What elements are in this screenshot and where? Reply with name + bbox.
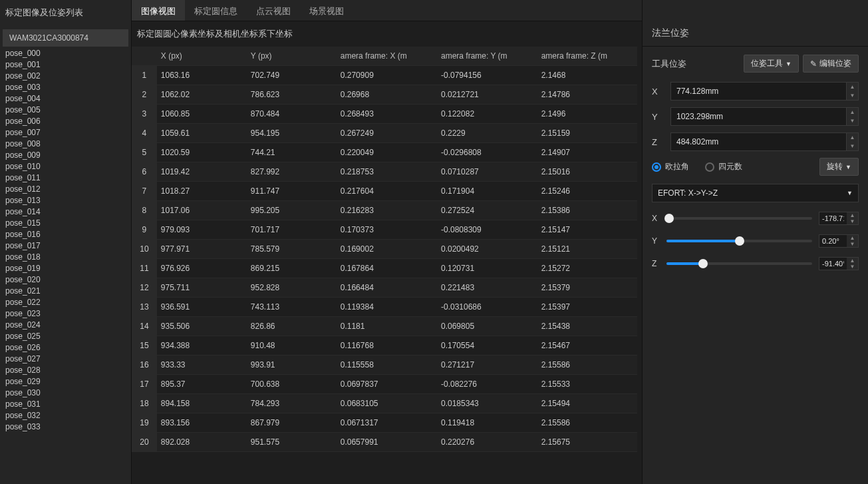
pose-item[interactable]: pose_001 [0, 59, 131, 71]
cell: -0.082276 [437, 375, 537, 394]
x-input[interactable]: ▲▼ [670, 82, 859, 101]
pose-tool-button[interactable]: 位姿工具▼ [744, 55, 799, 73]
pose-item[interactable]: pose_003 [0, 82, 131, 93]
slider-input-Y[interactable] [819, 234, 847, 248]
pose-item[interactable]: pose_033 [0, 421, 131, 433]
cell: 744.21 [247, 143, 337, 162]
col-header[interactable]: amera frame: Y (m [437, 47, 537, 66]
col-header[interactable] [132, 47, 157, 66]
pose-item[interactable]: pose_031 [0, 399, 131, 410]
table-row[interactable]: 71018.27911.7470.2176040.1719042.15246 [132, 182, 637, 201]
pose-item[interactable]: pose_006 [0, 116, 131, 127]
device-id[interactable]: WAM3021CA3000874 [3, 29, 128, 47]
slider-Y-down[interactable]: ▼ [847, 241, 858, 247]
col-header[interactable]: X (px) [157, 47, 247, 66]
pose-item[interactable]: pose_013 [0, 195, 131, 206]
pose-item[interactable]: pose_018 [0, 252, 131, 263]
pose-item[interactable]: pose_017 [0, 240, 131, 252]
cell: 2.1468 [537, 66, 637, 85]
y-up[interactable]: ▲ [847, 108, 858, 117]
slider-input-Z[interactable] [819, 257, 847, 270]
pose-item[interactable]: pose_002 [0, 71, 131, 82]
pose-item[interactable]: pose_032 [0, 410, 131, 421]
table-wrapper[interactable]: X (px)Y (px)amera frame: X (mamera frame… [132, 47, 642, 484]
slider-input-X[interactable] [819, 212, 847, 225]
x-up[interactable]: ▲ [847, 83, 858, 91]
euler-radio[interactable]: 欧拉角 [652, 161, 689, 172]
z-down[interactable]: ▼ [847, 142, 858, 150]
pose-item[interactable]: pose_026 [0, 342, 131, 354]
edit-pose-button[interactable]: ✎编辑位姿 [803, 55, 859, 73]
quaternion-radio[interactable]: 四元数 [705, 161, 742, 172]
pose-item[interactable]: pose_015 [0, 218, 131, 229]
z-up[interactable]: ▲ [847, 133, 858, 142]
table-row[interactable]: 31060.85870.4840.2684930.1220822.1496 [132, 105, 637, 124]
slider-Y-up[interactable]: ▲ [847, 235, 858, 241]
table-row[interactable]: 21062.02786.6230.269680.02127212.14786 [132, 85, 637, 105]
slider-Z-down[interactable]: ▼ [847, 264, 858, 270]
pose-item[interactable]: pose_011 [0, 172, 131, 184]
table-row[interactable]: 51020.59744.210.220049-0.02968082.14907 [132, 143, 637, 162]
pose-item[interactable]: pose_000 [0, 48, 131, 59]
tab-3[interactable]: 场景视图 [300, 0, 353, 21]
y-input[interactable]: ▲▼ [670, 107, 859, 126]
x-down[interactable]: ▼ [847, 91, 858, 100]
pose-item[interactable]: pose_016 [0, 229, 131, 240]
pose-item[interactable]: pose_028 [0, 365, 131, 376]
cell: 0.0683105 [337, 394, 437, 413]
pose-item[interactable]: pose_021 [0, 286, 131, 297]
pose-item[interactable]: pose_020 [0, 274, 131, 286]
slider-Y[interactable] [666, 240, 812, 242]
table-row[interactable]: 13936.591743.1130.119384-0.03106862.1539… [132, 298, 637, 317]
table-row[interactable]: 16933.33993.910.1155580.2712172.15586 [132, 356, 637, 375]
tab-1[interactable]: 标定圆信息 [185, 0, 247, 21]
slider-X[interactable] [666, 217, 812, 220]
table-row[interactable]: 10977.971785.5790.1690020.02004922.15121 [132, 240, 637, 259]
cell: 11 [132, 259, 157, 278]
table-row[interactable]: 18894.158784.2930.06831050.01853432.1549… [132, 394, 637, 413]
pose-item[interactable]: pose_009 [0, 150, 131, 161]
pose-item[interactable]: pose_019 [0, 263, 131, 274]
rotation-order-select[interactable]: EFORT: X->Y->Z▼ [652, 184, 859, 202]
pose-item[interactable]: pose_014 [0, 206, 131, 218]
table-row[interactable]: 41059.61954.1950.2672490.22292.15159 [132, 124, 637, 143]
pose-item[interactable]: pose_007 [0, 127, 131, 138]
pose-item[interactable]: pose_027 [0, 354, 131, 365]
pose-item[interactable]: pose_022 [0, 297, 131, 308]
tab-2[interactable]: 点云视图 [247, 0, 300, 21]
table-row[interactable]: 11063.16702.7490.270909-0.07941562.1468 [132, 66, 637, 85]
pose-item[interactable]: pose_029 [0, 376, 131, 387]
rotate-button[interactable]: 旋转▼ [819, 158, 859, 176]
table-row[interactable]: 14935.506826.860.11810.0698052.15438 [132, 317, 637, 336]
slider-X-down[interactable]: ▼ [847, 218, 858, 224]
col-header[interactable]: amera frame: X (m [337, 47, 437, 66]
slider-Z-up[interactable]: ▲ [847, 258, 858, 264]
table-row[interactable]: 15934.388910.480.1167680.1705542.15467 [132, 336, 637, 356]
col-header[interactable]: amera frame: Z (m [537, 47, 637, 66]
table-row[interactable]: 61019.42827.9920.2187530.07102872.15016 [132, 162, 637, 182]
pose-item[interactable]: pose_005 [0, 105, 131, 116]
table-row[interactable]: 11976.926869.2150.1678640.1207312.15272 [132, 259, 637, 278]
pose-item[interactable]: pose_030 [0, 387, 131, 399]
pose-item[interactable]: pose_008 [0, 138, 131, 150]
cell: 9 [132, 220, 157, 240]
table-row[interactable]: 20892.028951.5750.06579910.2202762.15675 [132, 433, 637, 452]
table-row[interactable]: 81017.06995.2050.2162830.2725242.15386 [132, 201, 637, 220]
pose-item[interactable]: pose_010 [0, 161, 131, 172]
table-row[interactable]: 19893.156867.9790.06713170.1194182.15586 [132, 413, 637, 433]
cell: 933.33 [157, 356, 247, 375]
table-row[interactable]: 12975.711952.8280.1664840.2214832.15379 [132, 278, 637, 298]
pose-item[interactable]: pose_023 [0, 308, 131, 320]
tab-0[interactable]: 图像视图 [132, 0, 185, 21]
z-input[interactable]: ▲▼ [670, 132, 859, 151]
table-row[interactable]: 9979.093701.7170.170373-0.08083092.15147 [132, 220, 637, 240]
pose-item[interactable]: pose_012 [0, 184, 131, 195]
y-down[interactable]: ▼ [847, 117, 858, 125]
pose-item[interactable]: pose_004 [0, 93, 131, 105]
pose-item[interactable]: pose_025 [0, 331, 131, 342]
pose-item[interactable]: pose_024 [0, 320, 131, 331]
col-header[interactable]: Y (px) [247, 47, 337, 66]
slider-X-up[interactable]: ▲ [847, 212, 858, 218]
slider-Z[interactable] [666, 262, 812, 265]
table-row[interactable]: 17895.37700.6380.0697837-0.0822762.15533 [132, 375, 637, 394]
